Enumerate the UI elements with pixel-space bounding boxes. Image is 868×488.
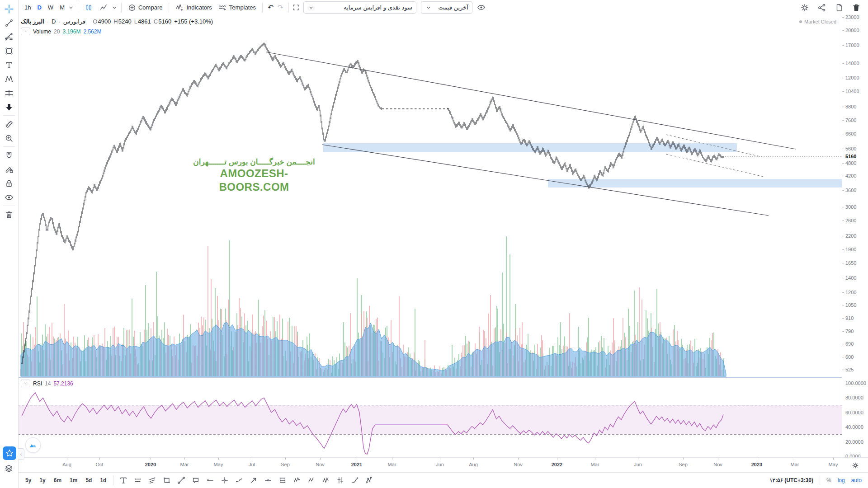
compare-plus-icon [128,4,136,12]
range-5d[interactable]: 5d [83,476,94,485]
range-1m[interactable]: 1m [67,476,80,485]
fullscreen-icon[interactable] [292,4,300,11]
range-1y[interactable]: 1y [37,476,48,485]
corporate-actions-dropdown[interactable]: سود نقدی و افزایش سرمایه [303,1,416,14]
price-axis-label: 4800 [845,160,856,166]
tool-ruler[interactable] [2,117,16,131]
favorite-text[interactable] [117,474,130,487]
range-6m[interactable]: 6m [51,476,64,485]
favorite-arrow-marker[interactable] [247,474,260,487]
time-axis-label: Mar [585,462,605,467]
price-axis-label: 4200 [845,173,856,178]
favorite-trend-channel[interactable] [146,474,159,487]
favorite-cross-line[interactable] [218,474,231,487]
tool-hide-all[interactable] [2,190,16,204]
change-value: +155 (+3.10%) [174,18,213,25]
tool-xabcd-pattern[interactable] [2,72,16,86]
chart-area[interactable]: انجــــمن خبرگـــــان بورس تـــــــهران … [18,15,842,457]
templates-button[interactable]: Templates [215,2,259,13]
time-axis[interactable]: AugOct2020MarMayJulSepNov2021MarJunAugNo… [18,457,842,473]
last-price-dropdown[interactable]: آخرین قیمت [421,1,472,14]
favorite-disjoint-channel[interactable] [232,474,246,487]
gear-icon[interactable] [800,3,809,12]
volume-collapse-button[interactable] [21,28,30,35]
tool-shapes[interactable] [2,44,16,58]
timeframe-D[interactable]: D [34,3,44,12]
favorite-elliott-correction[interactable] [305,474,318,487]
tool-projection[interactable] [2,86,16,100]
favorite-callout[interactable] [189,474,203,487]
chevron-down-icon[interactable] [111,4,118,11]
percent-scale-button[interactable]: % [826,477,831,483]
favorite-brush[interactable] [348,474,362,487]
rsi-axis-label: 20.0000 [845,439,863,445]
indicators-button[interactable]: Indicators [172,2,215,13]
log-scale-button[interactable]: log [838,477,845,483]
clock[interactable]: ۱۲:۵۶ (UTC+3:30) [769,477,813,483]
open-label: O [93,18,97,25]
price-chart-canvas[interactable] [18,15,842,457]
timeframe-1h[interactable]: 1h [22,3,33,12]
tool-lock-all[interactable] [2,176,16,190]
hide-marks-eye-icon[interactable] [477,3,486,12]
favorite-elliott-wave[interactable] [319,474,333,487]
undo-icon[interactable]: ↶ [266,3,275,12]
time-tick [757,458,757,460]
favorite-fib-box[interactable] [276,474,289,487]
tool-crosshair[interactable] [2,2,16,16]
favorite-parallel-lines[interactable] [131,474,145,487]
range-1d[interactable]: 1d [97,476,109,485]
trash-icon[interactable] [852,3,861,12]
favorite-bars-pattern[interactable] [334,474,347,487]
mountain-logo-icon [28,441,38,450]
collapse-toolbar-tab[interactable]: ‹ [18,448,24,460]
time-tick [392,458,392,460]
favorite-rectangle[interactable] [160,474,174,487]
price-tick [842,78,844,78]
redo-icon[interactable]: ↷ [275,3,285,12]
time-axis-label: 2020 [141,462,160,467]
line-style-icon[interactable] [96,2,111,13]
favorite-trend-line[interactable] [175,474,188,487]
tool-text[interactable] [2,58,16,72]
tool-arrow-down[interactable] [2,100,16,114]
favorites-star-button[interactable] [3,446,16,460]
tool-magnet[interactable] [2,148,16,162]
timeframe-W[interactable]: W [45,3,56,12]
favorite-xabcd-small[interactable] [363,474,376,487]
tool-zoom-in[interactable] [2,131,16,145]
time-axis-label: Sep [673,462,693,467]
price-tick [842,45,844,46]
price-axis-label: 20000 [845,28,859,33]
price-tick [842,107,844,107]
timezone-corner[interactable] [842,457,868,473]
price-tick [842,344,844,344]
price-axis[interactable]: 2300020000170001400012000104008800760066… [842,15,868,457]
tool-fib-retracement[interactable] [2,30,16,44]
time-axis-label: Mar [785,462,805,467]
price-axis-label: 2600 [845,218,856,223]
favorite-elliott-impulse[interactable] [290,474,304,487]
chevron-down-icon[interactable] [67,4,75,11]
range-5y[interactable]: 5y [23,476,34,485]
favorite-horizontal-ray[interactable] [203,474,217,487]
rsi-length: 14 [45,380,51,387]
tool-remove-all[interactable] [2,207,16,221]
time-tick [518,458,519,460]
rsi-collapse-button[interactable] [21,380,30,387]
object-tree-button[interactable] [4,464,14,475]
auto-scale-button[interactable]: auto [851,477,862,483]
candlestick-style-icon[interactable] [81,2,96,13]
provider-logo[interactable] [25,437,41,453]
compare-button[interactable]: Compare [125,2,165,13]
symbol-name[interactable]: البرز بالک [21,18,44,25]
screenshot-icon[interactable] [835,3,844,12]
share-icon[interactable] [817,3,826,12]
toolbar-divider [78,3,78,13]
timeframe-M[interactable]: M [57,3,67,12]
favorite-horizontal-line[interactable] [261,474,275,487]
tool-trend-line[interactable] [2,16,16,30]
price-tick [842,292,844,293]
tool-drawing-sync[interactable] [2,162,16,176]
time-axis-label: 2022 [547,462,567,467]
